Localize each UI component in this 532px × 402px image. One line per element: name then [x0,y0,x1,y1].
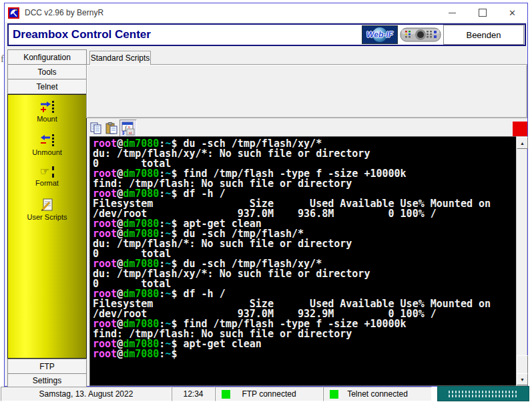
alert-indicator [513,122,527,137]
sidebar-label: Konfiguration [23,53,71,62]
action-format[interactable]: ☞ Format [8,166,86,187]
sidebar-item-konfiguration[interactable]: Konfiguration [7,49,87,65]
action-label: Format [35,179,59,187]
tab-standard-scripts[interactable]: Standard Scripts [89,51,151,65]
scrollbar-thumb[interactable] [517,355,528,375]
scroll-up-button[interactable]: ▲ [517,137,528,149]
statusbar-badge [437,386,529,401]
action-label: User Scripts [27,213,67,221]
sidebar-item-settings[interactable]: Settings [7,373,87,387]
page-title: Dreambox Control Center [13,28,151,41]
close-icon: ✕ [509,9,516,17]
unmount-icon [39,134,55,147]
time-text: 12:34 [183,389,203,399]
window-controls: ✕ [437,3,527,22]
copy-button[interactable] [89,122,103,135]
sidebar-item-ftp[interactable]: FTP [7,359,87,374]
terminal-scrollbar[interactable]: ▲ ▼ [516,136,527,386]
minimize-button[interactable] [437,3,467,22]
dash-column-icon [52,166,54,178]
svg-text:F: F [122,130,125,136]
webif-logo[interactable]: Web-IF [362,25,398,44]
action-label: Unmount [32,148,62,156]
title-bar[interactable]: DCC v2.96 by BernyR ✕ [5,3,527,22]
svg-text:n: n [128,125,130,129]
format-hand-icon: ☞ [40,166,49,177]
triangle-up-icon: ▲ [520,141,525,146]
dcc-window: DCC v2.96 by BernyR ✕ Dreambox Control C… [4,3,528,387]
blurred-text-line [449,395,518,397]
sidebar-item-telnet[interactable]: Telnet [7,79,87,94]
triangle-down-icon: ▼ [520,377,525,382]
ftp-status-indicator [222,390,230,399]
ftp-status-text: FTP connected [242,389,296,399]
action-unmount[interactable]: Unmount [8,134,86,156]
sidebar-label: Tools [37,67,56,77]
sidebar-item-tools[interactable]: Tools [7,64,87,79]
header-bar: Dreambox Control Center Web-IF Beenden [7,23,526,46]
sidebar-label: Telnet [36,82,57,91]
statusbar-date: Samstag, 13. August 2022 [1,387,172,401]
svg-text:si: si [129,130,132,136]
scroll-down-button[interactable]: ▼ [517,373,528,385]
action-mount[interactable]: Mount [8,100,86,123]
terminal-output[interactable]: root@dm7080:~$ du -sch /tmp/flash/xy/*du… [89,136,517,386]
window-title: DCC v2.96 by BernyR [25,8,103,17]
sidebar-label: FTP [39,362,55,371]
copy-icon [90,122,102,134]
action-user-scripts[interactable]: User Scripts [8,198,86,221]
standard-scripts-panel [86,64,527,118]
minimize-icon [449,13,456,13]
beenden-button[interactable]: Beenden [443,25,524,45]
statusbar-time: 12:34 [172,387,215,401]
font-select-button[interactable]: f n F si [119,120,137,137]
paste-icon [105,122,117,134]
webif-label: Web-IF [362,26,397,43]
statusbar-telnet: Telnet connected [323,387,432,401]
sidebar-label: Settings [33,376,61,385]
date-text: Samstag, 13. August 2022 [39,389,134,399]
mount-icon [39,100,55,114]
app-icon [8,7,19,19]
remote-control-logo[interactable] [400,26,441,43]
statusbar-ftp: FTP connected [215,387,323,401]
paste-button[interactable] [105,122,118,135]
telnet-status-indicator [330,390,338,399]
close-button[interactable]: ✕ [497,3,527,22]
maximize-icon [479,9,487,17]
telnet-status-text: Telnet connected [347,389,408,399]
screen: f DCC v2.96 by BernyR ✕ Dreambox Control… [0,0,532,402]
blurred-text-line [449,391,518,393]
action-label: Mount [37,115,57,123]
user-scripts-icon [41,198,54,212]
beenden-label: Beenden [466,30,501,40]
telnet-actions-panel: Mount Unmount ☞ Format [7,94,87,359]
maximize-button[interactable] [467,3,497,22]
tab-label: Standard Scripts [91,53,150,63]
font-select-icon: f n F si [121,121,136,136]
